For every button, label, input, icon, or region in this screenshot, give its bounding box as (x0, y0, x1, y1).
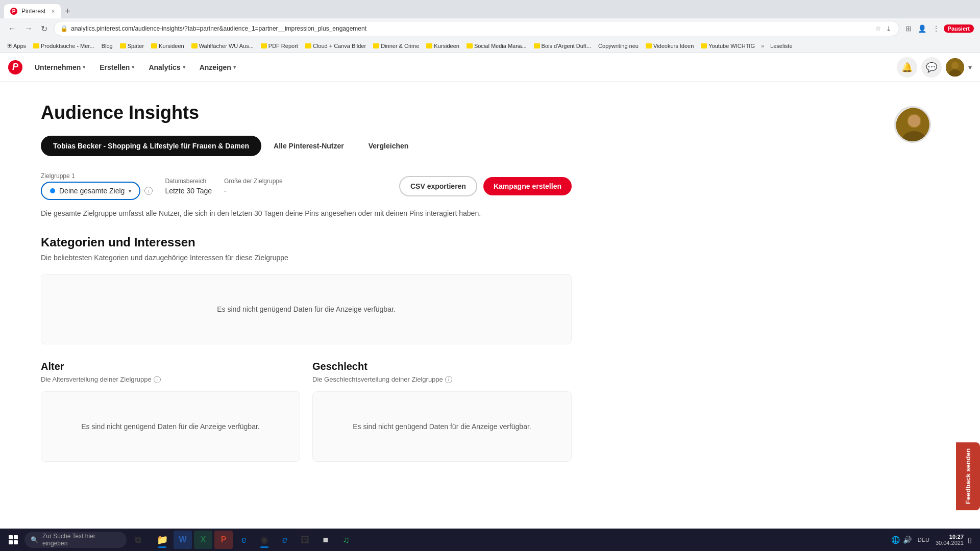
bookmark-label: Produktsuche - Mer... (41, 43, 94, 49)
taskbar-app-explorer[interactable]: 📁 (153, 531, 172, 549)
bookmark-apps[interactable]: ⊞ Apps (4, 41, 29, 50)
explorer-icon: 📁 (157, 534, 168, 545)
nav-item-erstellen[interactable]: Erstellen ▾ (93, 59, 140, 76)
svg-point-6 (908, 115, 920, 127)
active-tab[interactable]: P Pinterest × (4, 4, 61, 18)
bookmarks-bar: ⊞ Apps Produktsuche - Mer... Blog Später… (0, 39, 980, 53)
bookmark-kursideen2[interactable]: Kursideen (423, 42, 462, 50)
taskbar-app-word[interactable]: W (174, 531, 192, 549)
nav-item-label: Anzeigen (200, 63, 231, 71)
tab-vergleichen[interactable]: Vergleichen (356, 136, 421, 156)
clock-time: 10:27 (936, 534, 964, 540)
taskbar-search[interactable]: 🔍 Zur Suche Text hier eingeben (24, 532, 127, 548)
zielgruppe-info-icon[interactable]: i (144, 187, 153, 195)
geschlecht-title: Geschlecht (312, 361, 572, 372)
bookmark-dinner[interactable]: Dinner & Crime (370, 42, 422, 50)
bookmark-cloud[interactable]: Cloud + Canva Bilder (302, 42, 369, 50)
taskbar-app-edge2[interactable]: e (276, 531, 294, 549)
folder-icon (373, 43, 379, 48)
download-icon[interactable]: ⤓ (885, 24, 893, 33)
profile-icon[interactable]: 👤 (916, 22, 928, 35)
bookmark-copywriting[interactable]: Copywriting neu (595, 42, 642, 50)
language-indicator: DEU (916, 536, 932, 544)
tab-alle-nutzer[interactable]: Alle Pinterest-Nutzer (261, 136, 356, 156)
zielgruppe-select[interactable]: Deine gesamte Zielg ▾ (41, 182, 140, 200)
bookmark-leseliste[interactable]: Leseliste (767, 42, 795, 50)
search-icon: 🔍 (31, 536, 38, 543)
audience-tabs: Tobias Becker - Shopping & Lifestyle für… (41, 136, 572, 156)
pinterest-logo-icon: P (8, 60, 22, 74)
demographics-section: Alter Die Altersverteilung deiner Zielgr… (41, 361, 572, 462)
bookmark-wahlf[interactable]: Wahlfächer WU Aus... (188, 42, 257, 50)
apps-icon: ⊞ (7, 42, 12, 49)
bookmark-label: PDF Report (268, 43, 298, 49)
profile-chevron-icon[interactable]: ▾ (968, 63, 972, 71)
address-bar[interactable]: 🔒 analytics.pinterest.com/audience-insig… (54, 21, 899, 36)
bookmark-kursideen[interactable]: Kursideen (148, 42, 187, 50)
forward-button[interactable]: → (22, 22, 35, 35)
tab-title: Pinterest (21, 8, 45, 15)
alter-no-data-text: Es sind nicht genügend Daten für die Anz… (52, 422, 289, 431)
taskbar: 🔍 Zur Suche Text hier eingeben ⧉ 📁 W X P… (0, 529, 980, 551)
show-desktop-button[interactable]: ▯ (968, 536, 972, 544)
taskview-button[interactable]: ⧉ (129, 531, 147, 549)
refresh-button[interactable]: ↻ (39, 22, 50, 36)
nav-item-label: Unternehmen (35, 63, 81, 71)
bookmark-youtube[interactable]: Youtube WICHTIG (698, 42, 758, 50)
start-button[interactable] (4, 531, 22, 549)
network-icon[interactable]: 🌐 (891, 536, 900, 544)
star-icon[interactable]: ☆ (874, 24, 883, 33)
geschlecht-info-icon[interactable]: i (445, 376, 452, 383)
bookmark-blog[interactable]: Blog (99, 42, 116, 50)
user-profile-button[interactable] (946, 58, 964, 77)
datumsbereich-value: Letzte 30 Tage (165, 187, 212, 195)
filters-row: Zielgruppe 1 Deine gesamte Zielg ▾ i Dat… (41, 172, 572, 200)
back-button[interactable]: ← (6, 22, 18, 35)
nav-right: 🔔 💬 ▾ (897, 57, 972, 78)
csv-export-button[interactable]: CSV exportieren (399, 176, 477, 196)
messages-button[interactable]: 💬 (921, 57, 942, 78)
user-avatar-svg (946, 58, 964, 77)
bookmark-bois[interactable]: Bois d'Argent Duft... (531, 42, 594, 50)
bookmarks-more[interactable]: » (759, 42, 766, 50)
feedback-button[interactable]: Feedback senden (956, 442, 980, 510)
bookmark-videokurs[interactable]: Videokurs Ideen (643, 42, 697, 50)
profile-picture-area (894, 106, 931, 143)
folder-icon (467, 43, 473, 48)
settings-icon[interactable]: ⋮ (930, 22, 942, 35)
page-title: Audience Insights (41, 102, 572, 123)
main-content: Audience Insights Tobias Becker - Shoppi… (0, 82, 612, 482)
zielgruppe-label: Zielgruppe 1 (41, 172, 153, 180)
bookmark-pdf[interactable]: PDF Report (258, 42, 301, 50)
notifications-button[interactable]: 🔔 (897, 57, 917, 78)
nav-item-unternehmen[interactable]: Unternehmen ▾ (29, 59, 91, 76)
kategorien-no-data-text: Es sind nicht genügend Daten für die Anz… (52, 305, 561, 313)
bookmark-label: Bois d'Argent Duft... (542, 43, 591, 49)
kampagne-erstellen-button[interactable]: Kampagne erstellen (483, 177, 572, 195)
nav-item-anzeigen[interactable]: Anzeigen ▾ (193, 59, 242, 76)
taskview-icon: ⧉ (135, 535, 141, 545)
datumsbereich-filter-group: Datumsbereich Letzte 30 Tage (165, 178, 212, 195)
alter-info-icon[interactable]: i (154, 376, 161, 383)
pinterest-logo[interactable]: P (8, 60, 22, 74)
tab-close-button[interactable]: × (52, 9, 55, 14)
taskbar-clock: 10:27 30.04.2021 (936, 534, 964, 546)
taskbar-app-edge[interactable]: e (235, 531, 253, 549)
volume-icon[interactable]: 🔊 (903, 536, 912, 544)
tab-tobias-becker[interactable]: Tobias Becker - Shopping & Lifestyle für… (41, 136, 261, 156)
nav-item-label: Erstellen (100, 63, 130, 71)
taskbar-app-photos[interactable]: 🖼 (296, 531, 314, 549)
taskbar-app-powerpoint[interactable]: P (214, 531, 233, 549)
bookmark-produktsuche[interactable]: Produktsuche - Mer... (30, 42, 97, 50)
taskbar-app-excel[interactable]: X (194, 531, 212, 549)
taskbar-app-misc1[interactable]: ■ (316, 531, 335, 549)
bookmark-spater[interactable]: Später (117, 42, 147, 50)
toolbar-icons: ⊞ 👤 ⋮ Pausiert (903, 22, 974, 35)
nav-item-analytics[interactable]: Analytics ▾ (142, 59, 191, 76)
photos-icon: 🖼 (301, 535, 310, 545)
taskbar-app-chrome[interactable]: ◉ (255, 531, 274, 549)
new-tab-button[interactable]: + (61, 6, 75, 17)
extensions-icon[interactable]: ⊞ (903, 22, 914, 35)
taskbar-app-spotify[interactable]: ♫ (337, 531, 355, 549)
bookmark-social[interactable]: Social Media Mana... (463, 42, 530, 50)
